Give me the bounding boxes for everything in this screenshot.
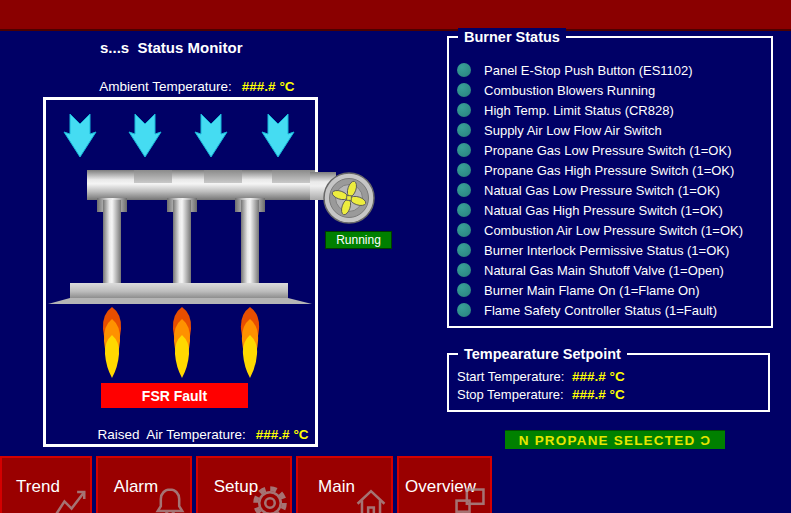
burner-status-panel: Burner Status Panel E-Stop Push Button (… — [447, 36, 773, 328]
stop-temperature-value: ###.# °C — [572, 387, 625, 402]
status-label: Natural Gas Main Shutoff Valve (1=Open) — [484, 263, 724, 278]
status-lamp-icon — [457, 243, 471, 257]
fsr-fault-button[interactable]: FSR Fault — [101, 383, 248, 408]
nav-button-alarm[interactable]: Alarm — [96, 456, 192, 513]
status-lamp-icon — [457, 183, 471, 197]
burner-drop-pipe — [173, 200, 191, 286]
status-lamp-icon — [457, 83, 471, 97]
banner-left-glyph: N — [519, 433, 535, 448]
flame-icon — [94, 305, 130, 379]
flame-icon — [164, 305, 200, 379]
alarm-bell-icon — [151, 484, 189, 513]
main-home-icon — [352, 484, 390, 513]
status-label: Burner Interlock Permissive Status (1=OK… — [484, 243, 729, 258]
burner-duct-diagram: FSR Fault Raised Air Temperature:###.# °… — [43, 97, 318, 447]
status-lamp-icon — [457, 203, 471, 217]
banner-text: PROPANE SELECTED — [535, 433, 696, 448]
status-row: Combustion Air Low Pressure Switch (1=OK… — [457, 220, 769, 240]
status-label: Propane Gas Low Pressure Switch (1=OK) — [484, 143, 731, 158]
status-label: Flame Safety Controller Status (1=Fault) — [484, 303, 717, 318]
status-label: Combustion Air Low Pressure Switch (1=OK… — [484, 223, 743, 238]
hmi-screen: s...s Status Monitor Ambient Temperature… — [0, 0, 791, 513]
down-arrow-icon — [261, 114, 295, 158]
pipe-joint — [272, 170, 310, 183]
status-row: Propane Gas Low Pressure Switch (1=OK) — [457, 140, 769, 160]
start-temperature-row: Start Temperature: ###.# °C — [457, 367, 625, 385]
status-lamp-icon — [457, 303, 471, 317]
status-row: Propane Gas High Pressure Switch (1=OK) — [457, 160, 769, 180]
status-label: Burner Main Flame On (1=Flame On) — [484, 283, 700, 298]
status-row: Panel E-Stop Push Button (ES1102) — [457, 60, 769, 80]
status-row: High Temp. Limit Status (CR828) — [457, 100, 769, 120]
status-lamp-icon — [457, 123, 471, 137]
page-title: s...s Status Monitor — [100, 39, 243, 56]
burner-status-list: Panel E-Stop Push Button (ES1102) Combus… — [457, 60, 769, 320]
status-lamp-icon — [457, 103, 471, 117]
ambient-temperature-value: ###.# °C — [242, 79, 295, 94]
burner-plate-flange — [46, 298, 315, 304]
top-title-bar — [0, 0, 791, 31]
trend-chart-icon — [51, 484, 89, 513]
banner-right-glyph: Ɔ — [695, 433, 711, 448]
fuel-selected-banner: N PROPANE SELECTED Ɔ — [505, 430, 725, 449]
status-lamp-icon — [457, 223, 471, 237]
status-label: Supply Air Low Flow Air Switch — [484, 123, 662, 138]
pipe-joint — [134, 170, 172, 183]
status-lamp-icon — [457, 63, 471, 77]
status-label: Propane Gas High Pressure Switch (1=OK) — [484, 163, 734, 178]
status-lamp-icon — [457, 283, 471, 297]
setpoint-rows: Start Temperature: ###.# °C Stop Tempera… — [457, 367, 625, 403]
temperature-setpoint-panel: Tempearature Setpoint Start Temperature:… — [447, 353, 770, 412]
pipe-joint — [204, 170, 242, 183]
status-row: Supply Air Low Flow Air Switch — [457, 120, 769, 140]
status-lamp-icon — [457, 263, 471, 277]
status-row: Burner Interlock Permissive Status (1=OK… — [457, 240, 769, 260]
burner-drop-pipe — [103, 200, 121, 286]
flame-icon — [232, 305, 268, 379]
nav-button-trend[interactable]: Trend — [0, 456, 92, 513]
status-label: Natual Gas Low Pressure Switch (1=OK) — [484, 183, 720, 198]
down-arrow-icon — [194, 114, 228, 158]
status-label: Panel E-Stop Push Button (ES1102) — [484, 63, 693, 78]
nav-button-overview[interactable]: Overview — [397, 456, 492, 513]
burner-plate — [70, 283, 288, 298]
raised-air-temperature-value: ###.# °C — [256, 427, 309, 442]
raised-air-temperature-label: Raised Air Temperature: — [98, 427, 246, 442]
status-row: Natual Gas Low Pressure Switch (1=OK) — [457, 180, 769, 200]
start-temperature-label: Start Temperature: — [457, 369, 572, 384]
burner-drop-pipe — [241, 200, 259, 286]
down-arrow-icon — [128, 114, 162, 158]
setup-gear-icon — [251, 484, 289, 513]
down-arrow-icon — [63, 114, 97, 158]
stop-temperature-row: Stop Temperature: ###.# °C — [457, 385, 625, 403]
nav-button-main[interactable]: Main — [296, 456, 393, 513]
status-label: High Temp. Limit Status (CR828) — [484, 103, 674, 118]
status-label: Combustion Blowers Running — [484, 83, 655, 98]
blower-fan-icon — [323, 172, 375, 224]
blower-running-badge: Running — [325, 231, 392, 249]
status-row: Flame Safety Controller Status (1=Fault) — [457, 300, 769, 320]
temperature-setpoint-title: Tempearature Setpoint — [458, 345, 627, 363]
status-row: Combustion Blowers Running — [457, 80, 769, 100]
status-label: Natual Gas High Pressure Switch (1=OK) — [484, 203, 723, 218]
status-lamp-icon — [457, 143, 471, 157]
status-row: Natual Gas High Pressure Switch (1=OK) — [457, 200, 769, 220]
status-row: Natural Gas Main Shutoff Valve (1=Open) — [457, 260, 769, 280]
start-temperature-value: ###.# °C — [572, 369, 625, 384]
raised-air-temperature-row: Raised Air Temperature:###.# °C — [75, 412, 309, 457]
nav-button-setup[interactable]: Setup — [196, 456, 292, 513]
burner-status-title: Burner Status — [458, 28, 566, 46]
stop-temperature-label: Stop Temperature: — [457, 387, 572, 402]
ambient-temperature-label: Ambient Temperature: — [99, 79, 232, 94]
status-lamp-icon — [457, 163, 471, 177]
overview-windows-icon — [451, 484, 489, 513]
status-row: Burner Main Flame On (1=Flame On) — [457, 280, 769, 300]
